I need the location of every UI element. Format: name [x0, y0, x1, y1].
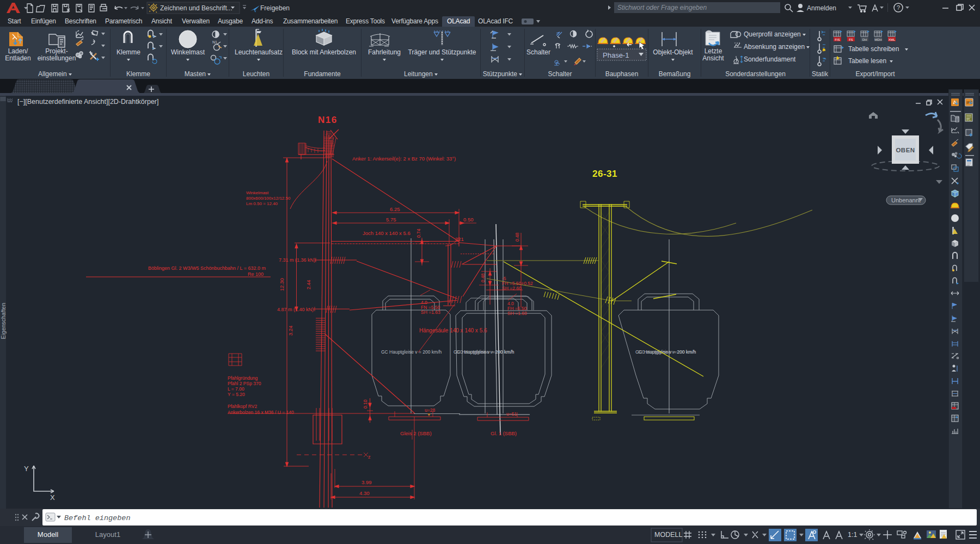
svg-text:Y = 5.20: Y = 5.20 — [228, 392, 245, 397]
svg-text:26-31: 26-31 — [592, 169, 617, 179]
svg-text:0.48: 0.48 — [514, 232, 520, 242]
svg-text:OBEN: OBEN — [896, 147, 915, 153]
svg-text:7.31 m (1.36 kN): 7.31 m (1.36 kN) — [279, 257, 315, 263]
svg-text:Joch 140 x 140 x 5.6: Joch 140 x 140 x 5.6 — [363, 230, 411, 236]
svg-text:Befehl eingeben: Befehl eingeben — [64, 514, 131, 522]
svg-text:Pfahlkopf RV2: Pfahlkopf RV2 — [228, 404, 257, 409]
svg-text:Re 100: Re 100 — [248, 271, 264, 277]
svg-text:4.87 m (1.40 kN): 4.87 m (1.40 kN) — [277, 307, 314, 312]
svg-text:Lm 0.50 = 12.40: Lm 0.50 = 12.40 — [246, 201, 278, 206]
svg-text:3.99: 3.99 — [362, 479, 372, 485]
svg-text:GC Hauptgleise v=200 km/h: GC Hauptgleise v=200 km/h — [456, 349, 514, 355]
svg-text:Gl. 1 (SBB): Gl. 1 (SBB) — [491, 430, 517, 436]
svg-text:SH =1.63: SH =1.63 — [421, 310, 440, 315]
svg-text:2.44: 2.44 — [306, 280, 311, 289]
svg-text:Pfahlgründung: Pfahlgründung — [228, 375, 258, 381]
svg-text:u=51: u=51 — [506, 411, 517, 417]
svg-text:GC Hauptgleise v = 200 km/h: GC Hauptgleise v = 200 km/h — [381, 349, 442, 355]
svg-text:800x600/100x12/12.50: 800x600/100x12/12.50 — [246, 196, 291, 201]
svg-text:N16: N16 — [318, 115, 338, 125]
svg-text:0.48: 0.48 — [480, 273, 486, 282]
svg-text:Unbenannt: Unbenannt — [891, 197, 921, 203]
svg-text:MODELL: MODELL — [654, 531, 682, 539]
svg-text:FIS: FIS — [835, 38, 840, 41]
svg-text:L = 7.00: L = 7.00 — [228, 386, 244, 392]
svg-text:GC Hauptgleise v=200 km/h: GC Hauptgleise v=200 km/h — [638, 349, 696, 355]
svg-text:N1: N1 — [212, 40, 217, 44]
svg-text:Layout1: Layout1 — [95, 530, 120, 539]
svg-text:DH: DH — [862, 38, 867, 41]
svg-text:SH =1.60: SH =1.60 — [507, 311, 527, 316]
svg-text:5.75: 5.75 — [386, 217, 396, 222]
svg-text:MDH: MDH — [874, 38, 882, 41]
svg-text:Hängesäule 140 x 140 x 5.6: Hängesäule 140 x 140 x 5.6 — [419, 327, 487, 333]
svg-text:Ankerbolzen 16 x M36 / U = 140: Ankerbolzen 16 x M36 / U = 140 — [228, 410, 294, 415]
svg-text:XML: XML — [889, 38, 896, 41]
svg-text:IFC: IFC — [966, 118, 971, 121]
svg-text:Modell: Modell — [38, 530, 58, 539]
svg-text:3.24: 3.24 — [287, 326, 293, 336]
svg-text:Anker 1: Ankerseil(e): 2 x Bz: Anker 1: Ankerseil(e): 2 x Bz 70 (Winkel… — [352, 156, 456, 162]
svg-text:4.30: 4.30 — [359, 490, 370, 496]
svg-text:X: X — [50, 493, 55, 502]
svg-text:Pfahl 2 PSp 370: Pfahl 2 PSp 370 — [228, 381, 261, 386]
svg-text:321: 321 — [455, 236, 464, 242]
svg-text:Winkelmast: Winkelmast — [246, 190, 269, 195]
svg-text:6.25: 6.25 — [390, 206, 400, 212]
svg-text:Böblingen Gl. 2 W3/W5 Schönbuc: Böblingen Gl. 2 W3/W5 Schönbuchbahn / L … — [148, 265, 266, 271]
svg-text:u=28: u=28 — [425, 407, 435, 413]
svg-text:Gleis 2 (SBB): Gleis 2 (SBB) — [400, 430, 432, 436]
svg-text:0.74: 0.74 — [416, 228, 421, 238]
svg-text:0.10: 0.10 — [363, 399, 368, 409]
svg-text:0.50: 0.50 — [463, 217, 474, 222]
svg-text:Y: Y — [24, 465, 29, 473]
svg-text:FS: FS — [849, 38, 853, 41]
svg-text:z: z — [368, 454, 371, 460]
svg-text:?: ? — [897, 4, 900, 11]
svg-text:12.30: 12.30 — [279, 278, 285, 291]
svg-text:SH =2.60: SH =2.60 — [502, 286, 522, 291]
svg-text:1:1: 1:1 — [848, 531, 857, 539]
